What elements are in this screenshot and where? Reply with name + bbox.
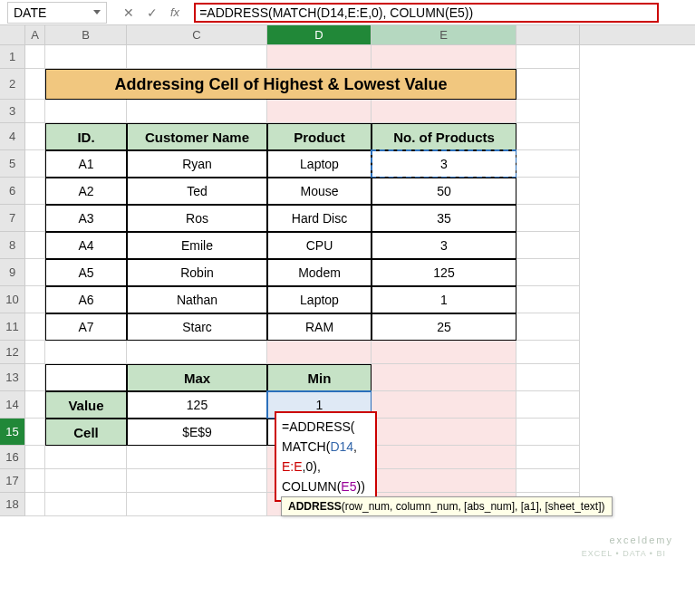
row-header[interactable]: 8 — [0, 232, 25, 259]
cell[interactable] — [25, 446, 45, 469]
col-header-c[interactable]: C — [127, 25, 267, 44]
cell[interactable] — [127, 469, 267, 493]
cell[interactable] — [516, 446, 580, 469]
cell[interactable] — [516, 123, 580, 150]
cell[interactable] — [516, 286, 580, 313]
table-cell[interactable]: 1 — [372, 286, 516, 313]
cell[interactable] — [25, 100, 45, 123]
cell[interactable] — [372, 419, 516, 446]
cell[interactable] — [516, 469, 580, 493]
table-cell[interactable]: 50 — [372, 178, 516, 205]
cell[interactable] — [516, 313, 580, 341]
formula-input[interactable]: =ADDRESS(MATCH(D14,E:E,0), COLUMN(E5)) — [194, 3, 659, 23]
row-header[interactable]: 5 — [0, 150, 25, 178]
table-cell[interactable]: A1 — [45, 150, 127, 178]
cell[interactable] — [267, 341, 372, 364]
name-box[interactable]: DATE — [7, 2, 107, 24]
row-header[interactable]: 7 — [0, 205, 25, 232]
in-cell-formula-editor[interactable]: =ADDRESS( MATCH(D14, E:E,0), COLUMN(E5)) — [275, 411, 377, 502]
table-cell[interactable]: 3 — [372, 150, 516, 178]
row-header[interactable]: 12 — [0, 341, 25, 364]
row-header[interactable]: 4 — [0, 123, 25, 150]
cell[interactable] — [516, 259, 580, 286]
table-cell[interactable]: 35 — [372, 205, 516, 232]
table-cell[interactable]: Nathan — [127, 286, 267, 313]
cell[interactable] — [25, 391, 45, 419]
cell[interactable] — [372, 100, 516, 123]
cell[interactable] — [25, 286, 45, 313]
cell[interactable] — [516, 232, 580, 259]
row-header[interactable]: 15 — [0, 419, 25, 446]
cell[interactable] — [516, 69, 580, 100]
table-cell[interactable]: 3 — [372, 232, 516, 259]
cell[interactable] — [45, 45, 127, 69]
cell[interactable] — [372, 391, 516, 419]
table-cell[interactable]: A3 — [45, 205, 127, 232]
table-cell[interactable]: Emile — [127, 232, 267, 259]
cell[interactable] — [25, 493, 45, 516]
table-cell[interactable]: Laptop — [267, 150, 372, 178]
cell[interactable] — [267, 45, 372, 69]
table-cell[interactable]: Mouse — [267, 178, 372, 205]
row-header[interactable]: 1 — [0, 45, 25, 69]
col-header-e[interactable]: E — [372, 25, 516, 44]
cell[interactable] — [45, 493, 127, 516]
cell[interactable] — [516, 419, 580, 446]
table-cell[interactable]: 25 — [372, 313, 516, 341]
cell[interactable] — [516, 45, 580, 69]
cell[interactable] — [25, 123, 45, 150]
row-header[interactable]: 10 — [0, 286, 25, 313]
table-cell[interactable]: Ted — [127, 178, 267, 205]
cell[interactable] — [372, 45, 516, 69]
table-cell[interactable]: RAM — [267, 313, 372, 341]
cell[interactable] — [45, 100, 127, 123]
cell[interactable] — [516, 205, 580, 232]
row-header[interactable]: 18 — [0, 493, 25, 516]
col-header-d[interactable]: D — [267, 25, 372, 44]
cancel-icon[interactable]: ✕ — [123, 5, 134, 20]
cell[interactable] — [372, 446, 516, 469]
summary-max-value[interactable]: 125 — [127, 391, 267, 419]
cell[interactable] — [516, 178, 580, 205]
row-header[interactable]: 13 — [0, 364, 25, 391]
table-cell[interactable]: A4 — [45, 232, 127, 259]
table-cell[interactable]: A5 — [45, 259, 127, 286]
cell[interactable] — [127, 100, 267, 123]
table-cell[interactable]: A2 — [45, 178, 127, 205]
cell[interactable] — [267, 100, 372, 123]
cell[interactable] — [372, 341, 516, 364]
table-cell[interactable]: Starc — [127, 313, 267, 341]
cell[interactable] — [25, 313, 45, 341]
table-cell[interactable]: A7 — [45, 313, 127, 341]
cell[interactable] — [372, 364, 516, 391]
row-header[interactable]: 16 — [0, 446, 25, 469]
summary-max-cell[interactable]: $E$9 — [127, 419, 267, 446]
table-cell[interactable]: Ros — [127, 205, 267, 232]
cell[interactable] — [25, 69, 45, 100]
cell[interactable] — [45, 446, 127, 469]
enter-icon[interactable]: ✓ — [147, 5, 158, 20]
cell[interactable] — [25, 150, 45, 178]
cell[interactable] — [127, 45, 267, 69]
table-cell[interactable]: Hard Disc — [267, 205, 372, 232]
cell[interactable] — [45, 341, 127, 364]
row-header[interactable]: 11 — [0, 313, 25, 341]
cell[interactable] — [45, 469, 127, 493]
cell[interactable] — [516, 341, 580, 364]
cell[interactable] — [25, 419, 45, 446]
col-header-f[interactable] — [516, 25, 580, 44]
row-header[interactable]: 3 — [0, 100, 25, 123]
table-cell[interactable]: 125 — [372, 259, 516, 286]
table-cell[interactable]: CPU — [267, 232, 372, 259]
cell[interactable] — [127, 341, 267, 364]
cell[interactable] — [25, 259, 45, 286]
col-header-a[interactable]: A — [25, 25, 45, 44]
cell[interactable] — [127, 493, 267, 516]
cell[interactable] — [45, 364, 127, 391]
cell[interactable] — [25, 232, 45, 259]
cell[interactable] — [25, 364, 45, 391]
row-header[interactable]: 9 — [0, 259, 25, 286]
chevron-down-icon[interactable] — [93, 10, 101, 14]
cell[interactable] — [516, 364, 580, 391]
table-cell[interactable]: Modem — [267, 259, 372, 286]
